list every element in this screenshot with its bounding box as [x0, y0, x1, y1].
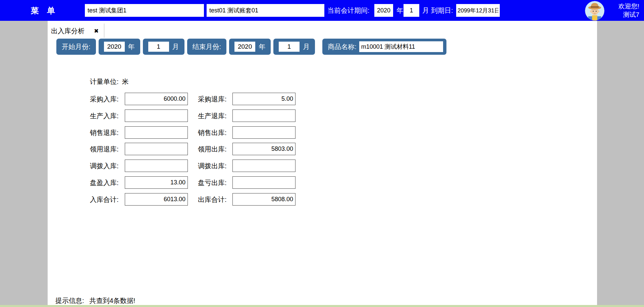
purchase-return-input[interactable]: [232, 93, 296, 105]
start-month-label-button[interactable]: 开始月份:: [56, 39, 96, 55]
username-text: 测试7: [619, 10, 639, 19]
end-year-unit: 年: [259, 42, 265, 51]
transfer-out-label: 调拨出库:: [198, 162, 227, 171]
transfer-in-input[interactable]: [125, 160, 188, 172]
measuring-unit-line: 计量单位:米: [90, 77, 129, 86]
end-month-label: 结束月份:: [193, 42, 221, 51]
start-year-input[interactable]: [104, 42, 125, 52]
top-header-bar: 菜 单 当前会计期间: 年 月 到期日:: [0, 0, 644, 21]
start-month-unit: 月: [172, 42, 179, 51]
form-row: 调拨入库: 调拨出库:: [48, 160, 597, 172]
farmer-avatar-icon: [585, 1, 604, 20]
app-screen: 菜 单 当前会计期间: 年 月 到期日:: [0, 0, 644, 307]
requisition-return-label: 领用退库:: [90, 145, 119, 154]
purchase-in-label: 采购入库:: [90, 95, 119, 104]
menu-button[interactable]: 菜 单: [31, 5, 55, 16]
form-row: 领用退库: 领用出库:: [48, 143, 597, 156]
start-month-group: 月: [143, 39, 184, 55]
surplus-in-label: 盘盈入库:: [90, 178, 119, 187]
end-month-label-button[interactable]: 结束月份:: [187, 39, 227, 55]
purchase-return-label: 采购退库:: [198, 95, 227, 104]
production-return-label: 生产退库:: [198, 112, 227, 121]
end-month-input[interactable]: [279, 42, 300, 52]
requisition-return-input[interactable]: [125, 143, 188, 155]
production-in-label: 生产入库:: [90, 112, 119, 121]
end-year-input[interactable]: [234, 42, 255, 52]
period-year-unit: 年: [396, 6, 403, 15]
form-row: 盘盈入库: 盘亏出库:: [48, 176, 597, 189]
period-year-input[interactable]: [374, 4, 393, 17]
inbound-total-input[interactable]: [125, 193, 188, 206]
production-return-input[interactable]: [232, 109, 296, 122]
measuring-unit-value: 米: [122, 78, 129, 85]
status-label: 提示信息:: [55, 297, 84, 304]
purchase-in-input[interactable]: [125, 93, 188, 105]
product-name-input[interactable]: [359, 41, 443, 52]
expiry-date-label: 到期日:: [431, 6, 453, 15]
form-row: 入库合计: 出库合计:: [48, 193, 597, 206]
account-set-input[interactable]: [207, 4, 324, 17]
tab-label: 出入库分析: [51, 27, 85, 36]
form-row: 销售退库: 销售出库:: [48, 126, 597, 139]
requisition-out-input[interactable]: [232, 143, 296, 155]
form-row: 采购入库: 采购退库:: [48, 93, 597, 105]
start-month-input[interactable]: [148, 42, 169, 52]
filter-bar: 开始月份: 年 月 结束月份: 年 月 商品名称:: [56, 39, 446, 55]
start-year-unit: 年: [128, 42, 135, 51]
welcome-box: 欢迎您! 测试7: [619, 2, 639, 19]
end-month-group: 月: [273, 39, 315, 55]
user-avatar[interactable]: [585, 1, 604, 20]
transfer-out-input[interactable]: [232, 160, 296, 172]
period-month-input[interactable]: [404, 4, 419, 17]
start-year-group: 年: [99, 39, 140, 55]
sales-return-input[interactable]: [125, 126, 188, 139]
status-message: 共查到4条数据!: [90, 297, 136, 304]
current-period-label: 当前会计期间:: [327, 6, 370, 15]
tab-close-icon[interactable]: ✖: [94, 28, 99, 34]
sales-return-label: 销售退库:: [90, 128, 119, 137]
welcome-text: 欢迎您!: [619, 2, 639, 10]
outbound-total-input[interactable]: [232, 193, 296, 206]
group-input[interactable]: [85, 4, 204, 17]
outbound-total-label: 出库合计:: [198, 195, 227, 204]
sales-out-input[interactable]: [232, 126, 296, 139]
end-year-group: 年: [229, 39, 271, 55]
production-in-input[interactable]: [125, 109, 188, 122]
content-panel: 出入库分析 ✖ 开始月份: 年 月 结束月份: 年: [48, 21, 597, 305]
expiry-date-input[interactable]: [456, 4, 500, 17]
footer-strip: [0, 305, 644, 307]
form-row: 生产入库: 生产退库:: [48, 109, 597, 122]
start-month-label: 开始月份:: [62, 42, 91, 51]
requisition-out-label: 领用出库:: [198, 145, 227, 154]
shortage-out-input[interactable]: [232, 176, 296, 189]
product-name-group: 商品名称:: [322, 39, 446, 55]
product-name-label: 商品名称:: [328, 42, 357, 51]
shortage-out-label: 盘亏出库:: [198, 178, 227, 187]
sales-out-label: 销售出库:: [198, 128, 227, 137]
tab-divider: [104, 24, 104, 38]
status-bar: 提示信息:共查到4条数据!: [55, 296, 135, 305]
measuring-unit-label: 计量单位:: [90, 78, 119, 85]
inbound-total-label: 入库合计:: [90, 195, 119, 204]
end-month-unit: 月: [303, 42, 310, 51]
surplus-in-input[interactable]: [125, 176, 188, 189]
tab-inout-analysis[interactable]: 出入库分析 ✖: [51, 25, 99, 37]
transfer-in-label: 调拨入库:: [90, 162, 119, 171]
period-month-unit: 月: [422, 6, 429, 15]
